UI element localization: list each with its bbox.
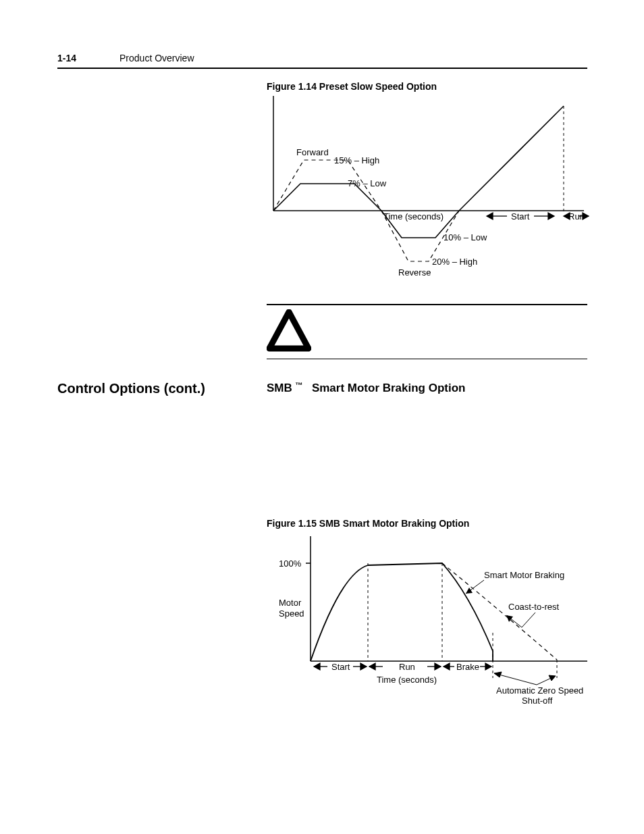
svg-marker-24 xyxy=(314,663,320,670)
svg-marker-30 xyxy=(435,663,441,670)
page-number: 1-14 xyxy=(57,53,76,63)
label-100pct: 100% xyxy=(279,558,302,569)
svg-marker-28 xyxy=(369,663,375,670)
page-content: 1-14 Product Overview Figure 1.14 Preset… xyxy=(57,53,587,715)
label-reverse: Reverse xyxy=(398,267,431,278)
subsection-title: SMB ™ Smart Motor Braking Option xyxy=(267,381,466,396)
label-high-fwd: 15% – High xyxy=(334,155,379,165)
attention-block xyxy=(267,309,587,358)
label-auto-2: Shut-off xyxy=(522,696,553,706)
running-head: 1-14 Product Overview xyxy=(57,53,587,69)
svg-marker-4 xyxy=(487,213,493,219)
trademark-icon: ™ xyxy=(295,381,302,389)
figure-caption-1-15: Figure 1.15 SMB Smart Motor Braking Opti… xyxy=(267,518,587,529)
label-start-2: Start xyxy=(331,662,350,672)
section-name: Product Overview xyxy=(119,53,194,63)
subhead-rest: Smart Motor Braking Option xyxy=(312,382,466,394)
label-run-2: Run xyxy=(399,662,415,672)
label-coast: Coast-to-rest xyxy=(508,602,560,612)
divider xyxy=(267,304,587,305)
label-time-2: Time (seconds) xyxy=(377,675,437,685)
label-low-rev: 10% – Low xyxy=(444,232,487,242)
label-run-1: Run xyxy=(568,211,585,221)
svg-marker-19 xyxy=(466,588,473,594)
svg-marker-38 xyxy=(549,675,556,681)
label-time-1: Time (seconds) xyxy=(383,211,444,221)
label-smb: Smart Motor Braking xyxy=(484,570,564,580)
svg-marker-26 xyxy=(360,663,367,670)
label-forward: Forward xyxy=(296,147,329,157)
attention-triangle-icon xyxy=(267,309,311,354)
subhead-prefix: SMB xyxy=(267,382,292,394)
label-speed: Speed xyxy=(279,608,304,619)
label-low-fwd: 7% – Low xyxy=(348,178,387,188)
figure-caption-1-14: Figure 1.14 Preset Slow Speed Option xyxy=(267,81,587,92)
section-title: Control Options (cont.) xyxy=(57,381,267,396)
label-high-rev: 20% – High xyxy=(432,257,477,267)
svg-marker-34 xyxy=(485,663,491,670)
svg-marker-36 xyxy=(494,672,502,677)
svg-marker-6 xyxy=(548,213,554,219)
svg-line-22 xyxy=(522,613,535,627)
section-heading-row: Control Options (cont.) SMB ™ Smart Moto… xyxy=(57,381,587,396)
label-motor: Motor xyxy=(279,598,302,608)
label-brake: Brake xyxy=(456,662,479,672)
label-auto-1: Automatic Zero Speed xyxy=(496,685,583,696)
label-start-1: Start xyxy=(511,211,530,221)
figure-1-14: Forward 15% – High 7% – Low Time (second… xyxy=(267,96,587,292)
figure-1-15: 100% Motor Speed Smart Motor Braking Coa… xyxy=(267,533,587,715)
svg-marker-32 xyxy=(444,663,450,670)
